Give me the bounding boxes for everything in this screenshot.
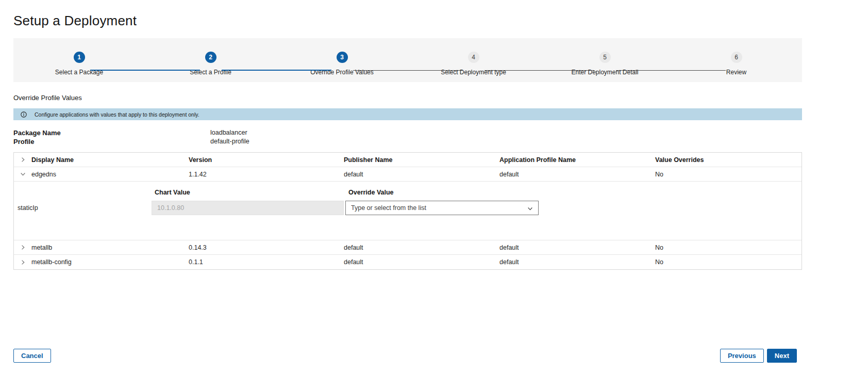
override-value-combobox[interactable] <box>345 201 539 215</box>
table-row-edgedns: edgedns 1.1.42 default default No <box>14 167 802 182</box>
table-row-metallb: metallb 0.14.3 default default No <box>14 240 802 255</box>
cell-display-name: metallb-config <box>31 258 189 266</box>
step-5-enter-deployment-detail: 5 Enter Deployment Detail <box>539 52 671 82</box>
profile-value: default-profile <box>210 137 249 146</box>
step-4-circle[interactable]: 4 <box>468 52 479 63</box>
wizard-stepper: 1 Select a Package 2 Select a Profile 3 … <box>13 38 802 82</box>
cell-application-profile-name: default <box>499 171 655 178</box>
col-header-display-name: Display Name <box>31 156 189 164</box>
info-banner: Configure applications with values that … <box>13 108 802 120</box>
override-value-label: Override Value <box>345 189 539 201</box>
package-info: Package Name loadbalancer Profile defaul… <box>13 128 802 146</box>
step-3-override-profile-values: 3 Override Profile Values <box>276 52 408 82</box>
cell-publisher-name: default <box>344 258 499 266</box>
setup-deployment-page: Setup a Deployment 1 Select a Package 2 … <box>0 0 868 373</box>
chart-value-input <box>152 201 344 215</box>
cell-application-profile-name: default <box>499 258 655 266</box>
info-banner-text: Configure applications with values that … <box>35 111 199 118</box>
step-4-select-deployment-type: 4 Select Deployment type <box>408 52 539 82</box>
cell-display-name: edgedns <box>31 171 189 178</box>
package-name-row: Package Name loadbalancer <box>13 128 802 137</box>
col-header-application-profile-name: Application Profile Name <box>499 156 655 164</box>
cell-display-name: metallb <box>31 244 189 251</box>
cell-application-profile-name: default <box>499 244 655 251</box>
expand-all-chevron-right-icon[interactable] <box>19 156 27 164</box>
cell-value-overrides: No <box>655 244 802 251</box>
step-6-circle[interactable]: 6 <box>731 52 742 63</box>
package-name-value: loadbalancer <box>210 128 247 137</box>
wizard-footer: Cancel Previous Next <box>13 349 797 363</box>
step-1-select-a-package: 1 Select a Package <box>13 52 145 82</box>
cell-value-overrides: No <box>655 171 802 178</box>
expand-row-chevron-right-icon[interactable] <box>19 244 27 251</box>
param-name-staticip: staticIp <box>14 204 150 212</box>
step-2-select-a-profile: 2 Select a Profile <box>145 52 276 82</box>
next-button[interactable]: Next <box>767 349 797 363</box>
page-title: Setup a Deployment <box>13 0 802 29</box>
step-5-circle[interactable]: 5 <box>599 52 611 63</box>
collapse-row-chevron-down-icon[interactable] <box>19 170 27 178</box>
table-header-row: Display Name Version Publisher Name Appl… <box>14 153 802 167</box>
cell-value-overrides: No <box>655 258 802 266</box>
expand-row-chevron-right-icon[interactable] <box>19 258 27 266</box>
info-icon <box>21 111 27 118</box>
combobox-chevron-down-icon[interactable] <box>527 206 533 212</box>
cancel-button[interactable]: Cancel <box>13 349 51 363</box>
edgedns-override-panel: Chart Value Override Value staticIp <box>14 182 802 240</box>
applications-table: Display Name Version Publisher Name Appl… <box>13 152 802 270</box>
step-6-label: Review <box>671 69 802 76</box>
package-name-label: Package Name <box>13 128 210 137</box>
override-value-input[interactable] <box>346 201 538 215</box>
col-header-value-overrides: Value Overrides <box>655 156 802 164</box>
section-heading: Override Profile Values <box>13 94 802 102</box>
cell-publisher-name: default <box>344 171 499 178</box>
profile-row: Profile default-profile <box>13 137 802 146</box>
step-2-circle[interactable]: 2 <box>205 52 216 63</box>
cell-version: 0.14.3 <box>189 244 344 251</box>
chart-value-label: Chart Value <box>152 189 344 201</box>
col-header-version: Version <box>189 156 344 164</box>
previous-button[interactable]: Previous <box>720 349 764 363</box>
cell-version: 0.1.1 <box>189 258 344 266</box>
profile-label: Profile <box>13 137 210 146</box>
table-row-metallb-config: metallb-config 0.1.1 default default No <box>14 255 802 269</box>
cell-publisher-name: default <box>344 244 499 251</box>
step-6-review: 6 Review <box>671 52 802 82</box>
cell-version: 1.1.42 <box>189 171 344 178</box>
col-header-publisher-name: Publisher Name <box>344 156 499 164</box>
step-1-circle[interactable]: 1 <box>74 52 85 63</box>
step-3-circle[interactable]: 3 <box>337 52 348 63</box>
